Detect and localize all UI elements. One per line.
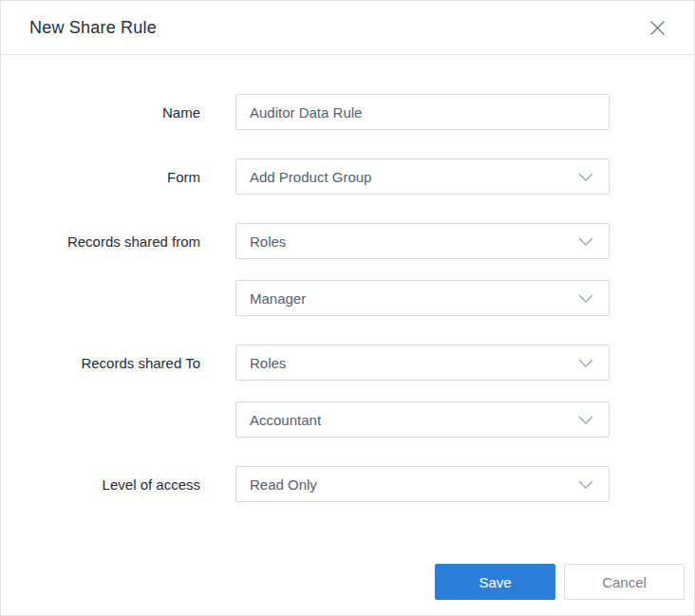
records-shared-from-select-value: Roles xyxy=(250,233,286,250)
close-button[interactable] xyxy=(644,14,671,42)
level-of-access-select[interactable]: Read Only xyxy=(235,466,610,502)
modal-header: New Share Rule xyxy=(1,1,694,55)
form-select-value: Add Product Group xyxy=(250,169,371,185)
save-button[interactable]: Save xyxy=(435,564,555,600)
level-of-access-label: Level of access xyxy=(1,476,200,493)
chevron-down-icon xyxy=(578,359,593,367)
close-icon xyxy=(649,25,666,39)
records-shared-to-select-value: Roles xyxy=(250,355,286,371)
level-of-access-row: Level of access Read Only xyxy=(1,466,694,502)
records-shared-from-label: Records shared from xyxy=(1,233,200,250)
chevron-down-icon xyxy=(578,416,593,424)
form-row: Form Add Product Group xyxy=(1,159,694,195)
chevron-down-icon xyxy=(578,480,593,489)
records-shared-from-row: Records shared from Roles xyxy=(1,223,694,259)
form-label: Form xyxy=(1,169,200,185)
records-shared-to-row: Records shared To Roles xyxy=(1,345,694,381)
modal-footer: Save Cancel xyxy=(1,564,694,615)
records-shared-from-role-select[interactable]: Manager xyxy=(235,280,610,316)
records-shared-to-select[interactable]: Roles xyxy=(235,345,610,381)
records-shared-to-role-select[interactable]: Accountant xyxy=(235,401,610,438)
chevron-down-icon xyxy=(578,294,593,303)
form-select[interactable]: Add Product Group xyxy=(235,159,610,195)
cancel-button[interactable]: Cancel xyxy=(564,564,685,600)
name-row: Name xyxy=(1,94,694,130)
name-label: Name xyxy=(1,104,200,121)
records-shared-to-detail-row: Accountant xyxy=(1,401,694,438)
chevron-down-icon xyxy=(578,237,593,246)
records-shared-from-select[interactable]: Roles xyxy=(235,223,610,259)
name-input[interactable] xyxy=(235,94,610,130)
share-rule-form: Name Form Add Product Group Records shar… xyxy=(1,55,694,564)
records-shared-to-label: Records shared To xyxy=(1,355,200,371)
records-shared-from-detail-row: Manager xyxy=(1,280,694,316)
chevron-down-icon xyxy=(578,173,593,181)
records-shared-to-role-value: Accountant xyxy=(250,412,321,428)
new-share-rule-modal: New Share Rule Name Form Add Product Gro… xyxy=(0,0,695,616)
records-shared-from-role-value: Manager xyxy=(250,290,306,307)
level-of-access-select-value: Read Only xyxy=(250,476,317,493)
modal-title: New Share Rule xyxy=(29,18,157,38)
